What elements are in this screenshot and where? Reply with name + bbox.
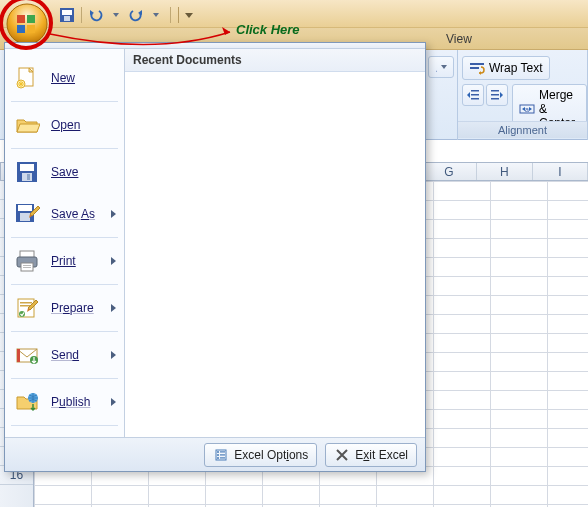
menu-item-label: Publish xyxy=(51,395,90,409)
menu-item-close[interactable]: Close xyxy=(7,430,122,437)
menu-separator xyxy=(11,331,118,332)
column-header[interactable]: I xyxy=(533,163,588,180)
svg-point-43 xyxy=(217,454,219,456)
svg-rect-37 xyxy=(17,349,20,362)
exit-excel-label: Exit Excel xyxy=(355,448,408,462)
submenu-arrow-icon xyxy=(111,210,116,218)
menu-separator xyxy=(11,425,118,426)
menu-separator xyxy=(11,237,118,238)
undo-dropdown-icon[interactable] xyxy=(107,6,125,24)
svg-rect-10 xyxy=(471,90,479,92)
svg-point-41 xyxy=(217,451,219,453)
svg-point-45 xyxy=(217,457,219,459)
office-button[interactable] xyxy=(6,3,48,45)
increase-indent-button[interactable] xyxy=(486,84,508,106)
svg-rect-7 xyxy=(27,25,35,33)
svg-rect-42 xyxy=(220,451,225,452)
wrap-text-button[interactable]: Wrap Text xyxy=(462,56,550,80)
exit-excel-button[interactable]: Exit Excel xyxy=(325,443,417,467)
menu-item-label: Print xyxy=(51,254,76,268)
menu-item-label: Send xyxy=(51,348,79,362)
undo-icon[interactable] xyxy=(87,6,105,24)
svg-rect-8 xyxy=(470,63,484,65)
excel-options-button[interactable]: Excel Options xyxy=(204,443,317,467)
publish-icon xyxy=(13,389,41,415)
save-icon xyxy=(13,159,41,185)
submenu-arrow-icon xyxy=(111,351,116,359)
menu-item-label: Save As xyxy=(51,207,95,221)
separator xyxy=(170,7,171,23)
print-icon xyxy=(13,248,41,274)
menu-item-save-as[interactable]: Save As xyxy=(7,195,122,233)
svg-rect-46 xyxy=(220,457,225,458)
prepare-icon xyxy=(13,295,41,321)
exit-icon xyxy=(334,447,350,463)
wrap-text-label: Wrap Text xyxy=(489,61,543,75)
title-bar xyxy=(0,0,588,28)
ribbon-group-alignment: Wrap Text a Merge & Center Alignment xyxy=(458,50,588,140)
svg-rect-12 xyxy=(471,98,479,100)
menu-item-prepare[interactable]: Prepare xyxy=(7,289,122,327)
menu-item-label: Open xyxy=(51,118,80,132)
separator xyxy=(81,7,82,23)
menu-item-publish[interactable]: Publish xyxy=(7,383,122,421)
quick-access-toolbar xyxy=(58,6,195,24)
merge-center-icon: a xyxy=(519,101,535,117)
submenu-arrow-icon xyxy=(111,257,116,265)
decrease-indent-button[interactable] xyxy=(462,84,484,106)
menu-separator xyxy=(11,378,118,379)
menu-separator xyxy=(11,148,118,149)
svg-rect-5 xyxy=(27,15,35,23)
open-icon xyxy=(13,112,41,138)
wrap-text-icon xyxy=(469,60,485,76)
svg-rect-11 xyxy=(471,94,479,96)
close-icon xyxy=(13,436,41,437)
redo-icon[interactable] xyxy=(127,6,145,24)
send-icon xyxy=(13,342,41,368)
submenu-arrow-icon xyxy=(111,304,116,312)
group-label-alignment: Alignment xyxy=(458,121,587,138)
menu-separator xyxy=(11,284,118,285)
menu-item-send[interactable]: Send xyxy=(7,336,122,374)
office-menu-footer: Excel Options Exit Excel xyxy=(5,437,425,471)
ribbon-partial-group xyxy=(426,50,458,140)
column-header[interactable]: H xyxy=(477,163,532,180)
svg-rect-26 xyxy=(20,213,30,221)
office-menu-commands: New Open Save Save As xyxy=(5,49,125,437)
menu-separator xyxy=(11,101,118,102)
svg-text:a: a xyxy=(525,106,529,113)
menu-item-label: Prepare xyxy=(51,301,94,315)
svg-rect-21 xyxy=(20,164,34,171)
svg-rect-23 xyxy=(27,174,30,180)
svg-rect-30 xyxy=(23,265,31,266)
recent-documents-panel: Recent Documents xyxy=(125,49,425,437)
svg-rect-33 xyxy=(20,302,32,304)
svg-rect-14 xyxy=(491,94,499,96)
save-icon[interactable] xyxy=(58,6,76,24)
save-as-icon xyxy=(13,201,41,227)
customize-qat-icon[interactable] xyxy=(176,6,195,24)
svg-point-3 xyxy=(7,4,47,44)
new-icon xyxy=(13,65,41,91)
svg-rect-44 xyxy=(220,454,225,455)
office-menu: New Open Save Save As xyxy=(4,42,426,472)
tab-view[interactable]: View xyxy=(440,30,478,48)
excel-options-label: Excel Options xyxy=(234,448,308,462)
recent-documents-header: Recent Documents xyxy=(125,49,425,72)
menu-item-new[interactable]: New xyxy=(7,59,122,97)
menu-item-open[interactable]: Open xyxy=(7,106,122,144)
column-header[interactable]: G xyxy=(422,163,477,180)
svg-rect-25 xyxy=(18,205,32,211)
submenu-arrow-icon xyxy=(111,398,116,406)
svg-rect-4 xyxy=(17,15,25,23)
svg-rect-9 xyxy=(470,67,479,69)
svg-rect-13 xyxy=(491,90,499,92)
menu-item-save[interactable]: Save xyxy=(7,153,122,191)
svg-rect-15 xyxy=(491,98,499,100)
redo-dropdown-icon[interactable] xyxy=(147,6,165,24)
svg-rect-1 xyxy=(62,10,72,15)
menu-item-print[interactable]: Print xyxy=(7,242,122,280)
orientation-button[interactable] xyxy=(428,56,454,78)
options-icon xyxy=(213,447,229,463)
menu-item-label: Save xyxy=(51,165,78,179)
